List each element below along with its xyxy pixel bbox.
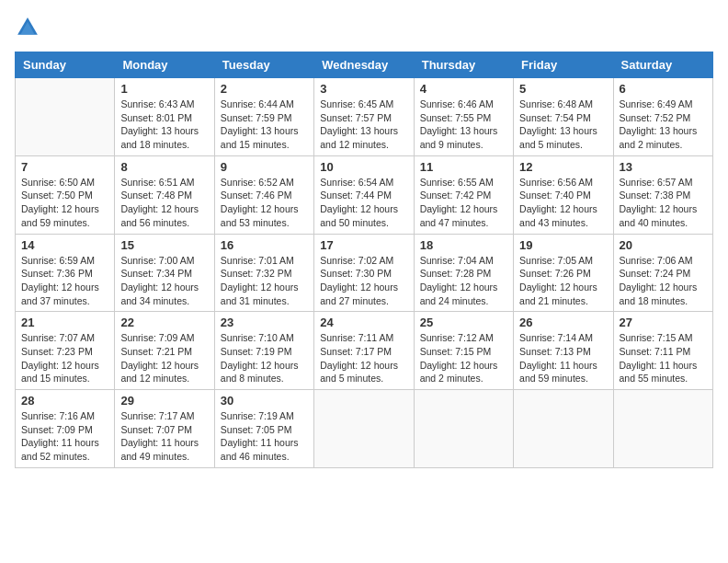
day-number: 14 bbox=[21, 238, 108, 252]
calendar-cell: 28Sunrise: 7:16 AM Sunset: 7:09 PM Dayli… bbox=[16, 390, 115, 468]
day-number: 3 bbox=[320, 82, 407, 96]
day-info: Sunrise: 7:16 AM Sunset: 7:09 PM Dayligh… bbox=[21, 409, 108, 464]
day-number: 13 bbox=[620, 160, 707, 174]
day-number: 15 bbox=[120, 238, 208, 252]
day-number: 26 bbox=[519, 316, 607, 329]
day-info: Sunrise: 6:59 AM Sunset: 7:36 PM Dayligh… bbox=[21, 254, 108, 308]
day-info: Sunrise: 6:49 AM Sunset: 7:52 PM Dayligh… bbox=[620, 98, 707, 152]
calendar-cell: 20Sunrise: 7:06 AM Sunset: 7:24 PM Dayli… bbox=[613, 234, 712, 312]
day-info: Sunrise: 6:55 AM Sunset: 7:42 PM Dayligh… bbox=[420, 176, 507, 230]
day-number: 10 bbox=[320, 160, 407, 174]
day-info: Sunrise: 7:17 AM Sunset: 7:07 PM Dayligh… bbox=[120, 409, 208, 464]
calendar-cell: 6Sunrise: 6:49 AM Sunset: 7:52 PM Daylig… bbox=[613, 78, 712, 156]
day-info: Sunrise: 7:06 AM Sunset: 7:24 PM Dayligh… bbox=[620, 254, 707, 308]
calendar-cell: 27Sunrise: 7:15 AM Sunset: 7:11 PM Dayli… bbox=[613, 312, 712, 390]
calendar-cell: 29Sunrise: 7:17 AM Sunset: 7:07 PM Dayli… bbox=[115, 390, 214, 468]
day-number: 12 bbox=[519, 160, 607, 174]
day-number: 28 bbox=[21, 394, 108, 408]
day-info: Sunrise: 6:45 AM Sunset: 7:57 PM Dayligh… bbox=[320, 98, 407, 152]
calendar-cell: 16Sunrise: 7:01 AM Sunset: 7:32 PM Dayli… bbox=[214, 234, 313, 312]
day-info: Sunrise: 7:02 AM Sunset: 7:30 PM Dayligh… bbox=[320, 254, 407, 308]
calendar-cell: 19Sunrise: 7:05 AM Sunset: 7:26 PM Dayli… bbox=[514, 234, 613, 312]
day-number: 4 bbox=[420, 82, 507, 96]
day-info: Sunrise: 6:43 AM Sunset: 8:01 PM Dayligh… bbox=[120, 98, 208, 152]
calendar-cell: 13Sunrise: 6:57 AM Sunset: 7:38 PM Dayli… bbox=[613, 155, 712, 234]
day-number: 22 bbox=[120, 316, 208, 329]
day-number: 19 bbox=[519, 238, 607, 252]
calendar-cell: 30Sunrise: 7:19 AM Sunset: 7:05 PM Dayli… bbox=[214, 390, 313, 468]
day-number: 8 bbox=[120, 160, 208, 174]
weekday-header-tuesday: Tuesday bbox=[214, 52, 313, 78]
day-number: 11 bbox=[420, 160, 507, 174]
calendar-cell: 3Sunrise: 6:45 AM Sunset: 7:57 PM Daylig… bbox=[314, 78, 414, 156]
calendar-cell: 17Sunrise: 7:02 AM Sunset: 7:30 PM Dayli… bbox=[314, 234, 414, 312]
day-number: 6 bbox=[620, 82, 707, 96]
day-info: Sunrise: 7:05 AM Sunset: 7:26 PM Dayligh… bbox=[519, 254, 607, 308]
calendar-cell: 14Sunrise: 6:59 AM Sunset: 7:36 PM Dayli… bbox=[16, 234, 115, 312]
day-info: Sunrise: 7:19 AM Sunset: 7:05 PM Dayligh… bbox=[221, 409, 308, 464]
calendar-cell: 22Sunrise: 7:09 AM Sunset: 7:21 PM Dayli… bbox=[115, 312, 214, 390]
logo bbox=[15, 15, 42, 40]
day-number: 18 bbox=[420, 238, 507, 252]
calendar-cell bbox=[414, 390, 513, 468]
day-info: Sunrise: 6:52 AM Sunset: 7:46 PM Dayligh… bbox=[221, 176, 308, 230]
weekday-header-friday: Friday bbox=[514, 52, 613, 78]
weekday-header-monday: Monday bbox=[115, 52, 214, 78]
calendar-cell: 26Sunrise: 7:14 AM Sunset: 7:13 PM Dayli… bbox=[514, 312, 613, 390]
day-info: Sunrise: 6:48 AM Sunset: 7:54 PM Dayligh… bbox=[519, 98, 607, 152]
weekday-header-wednesday: Wednesday bbox=[314, 52, 414, 78]
page-header bbox=[15, 15, 713, 40]
day-number: 9 bbox=[221, 160, 308, 174]
calendar-cell: 15Sunrise: 7:00 AM Sunset: 7:34 PM Dayli… bbox=[115, 234, 214, 312]
day-info: Sunrise: 7:07 AM Sunset: 7:23 PM Dayligh… bbox=[21, 331, 108, 385]
day-number: 17 bbox=[320, 238, 407, 252]
day-number: 25 bbox=[420, 316, 507, 329]
calendar-cell bbox=[314, 390, 414, 468]
day-number: 7 bbox=[21, 160, 108, 174]
day-info: Sunrise: 6:51 AM Sunset: 7:48 PM Dayligh… bbox=[120, 176, 208, 230]
day-info: Sunrise: 6:54 AM Sunset: 7:44 PM Dayligh… bbox=[320, 176, 407, 230]
day-info: Sunrise: 7:15 AM Sunset: 7:11 PM Dayligh… bbox=[620, 331, 707, 385]
calendar-week-row: 21Sunrise: 7:07 AM Sunset: 7:23 PM Dayli… bbox=[16, 312, 713, 390]
day-info: Sunrise: 7:09 AM Sunset: 7:21 PM Dayligh… bbox=[120, 331, 208, 385]
day-number: 5 bbox=[519, 82, 607, 96]
calendar-week-row: 1Sunrise: 6:43 AM Sunset: 8:01 PM Daylig… bbox=[16, 78, 713, 156]
calendar-week-row: 14Sunrise: 6:59 AM Sunset: 7:36 PM Dayli… bbox=[16, 234, 713, 312]
day-info: Sunrise: 6:56 AM Sunset: 7:40 PM Dayligh… bbox=[519, 176, 607, 230]
day-number: 1 bbox=[120, 82, 208, 96]
day-number: 21 bbox=[21, 316, 108, 329]
weekday-header-row: SundayMondayTuesdayWednesdayThursdayFrid… bbox=[16, 52, 713, 78]
calendar-cell: 7Sunrise: 6:50 AM Sunset: 7:50 PM Daylig… bbox=[16, 155, 115, 234]
day-info: Sunrise: 7:10 AM Sunset: 7:19 PM Dayligh… bbox=[221, 331, 308, 385]
day-info: Sunrise: 6:46 AM Sunset: 7:55 PM Dayligh… bbox=[420, 98, 507, 152]
calendar-cell: 5Sunrise: 6:48 AM Sunset: 7:54 PM Daylig… bbox=[514, 78, 613, 156]
day-number: 2 bbox=[221, 82, 308, 96]
calendar-week-row: 28Sunrise: 7:16 AM Sunset: 7:09 PM Dayli… bbox=[16, 390, 713, 468]
calendar-cell: 2Sunrise: 6:44 AM Sunset: 7:59 PM Daylig… bbox=[214, 78, 313, 156]
day-info: Sunrise: 7:11 AM Sunset: 7:17 PM Dayligh… bbox=[320, 331, 407, 385]
day-info: Sunrise: 6:50 AM Sunset: 7:50 PM Dayligh… bbox=[21, 176, 108, 230]
weekday-header-sunday: Sunday bbox=[16, 52, 115, 78]
day-number: 24 bbox=[320, 316, 407, 329]
calendar-cell: 25Sunrise: 7:12 AM Sunset: 7:15 PM Dayli… bbox=[414, 312, 513, 390]
day-number: 23 bbox=[221, 316, 308, 329]
calendar-cell bbox=[514, 390, 613, 468]
calendar-cell bbox=[613, 390, 712, 468]
weekday-header-thursday: Thursday bbox=[414, 52, 513, 78]
calendar-cell: 12Sunrise: 6:56 AM Sunset: 7:40 PM Dayli… bbox=[514, 155, 613, 234]
calendar-cell: 18Sunrise: 7:04 AM Sunset: 7:28 PM Dayli… bbox=[414, 234, 513, 312]
calendar-table: SundayMondayTuesdayWednesdayThursdayFrid… bbox=[15, 52, 713, 468]
day-number: 27 bbox=[620, 316, 707, 329]
calendar-cell: 4Sunrise: 6:46 AM Sunset: 7:55 PM Daylig… bbox=[414, 78, 513, 156]
calendar-cell: 10Sunrise: 6:54 AM Sunset: 7:44 PM Dayli… bbox=[314, 155, 414, 234]
calendar-cell: 1Sunrise: 6:43 AM Sunset: 8:01 PM Daylig… bbox=[115, 78, 214, 156]
day-info: Sunrise: 6:57 AM Sunset: 7:38 PM Dayligh… bbox=[620, 176, 707, 230]
day-number: 29 bbox=[120, 394, 208, 408]
logo-icon bbox=[15, 15, 40, 40]
day-info: Sunrise: 7:12 AM Sunset: 7:15 PM Dayligh… bbox=[420, 331, 507, 385]
calendar-week-row: 7Sunrise: 6:50 AM Sunset: 7:50 PM Daylig… bbox=[16, 155, 713, 234]
calendar-cell bbox=[16, 78, 115, 156]
calendar-cell: 8Sunrise: 6:51 AM Sunset: 7:48 PM Daylig… bbox=[115, 155, 214, 234]
day-info: Sunrise: 7:01 AM Sunset: 7:32 PM Dayligh… bbox=[221, 254, 308, 308]
weekday-header-saturday: Saturday bbox=[613, 52, 712, 78]
